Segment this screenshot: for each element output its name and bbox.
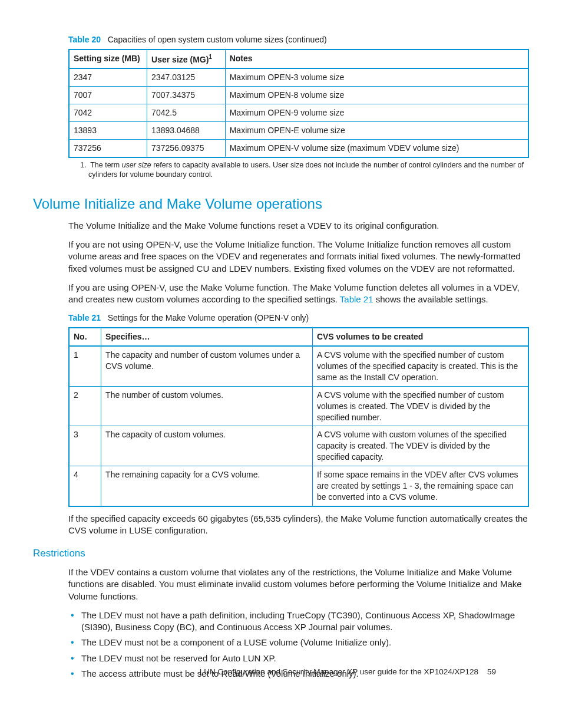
- table21: No. Specifies… CVS volumes to be created…: [68, 327, 529, 507]
- table20-h0: Setting size (MB): [69, 50, 147, 69]
- para-volinit-2: If you are not using OPEN-V, use the Vol…: [68, 239, 529, 275]
- table21-caption: Table 21 Settings for the Make Volume op…: [68, 312, 529, 324]
- table20-h1: User size (MG)1: [147, 50, 226, 69]
- table-row: 2347 2347.03125 Maximum OPEN-3 volume si…: [69, 68, 528, 86]
- list-item: The LDEV must not have a path definition…: [68, 610, 529, 634]
- table20: Setting size (MB) User size (MG)1 Notes …: [68, 49, 529, 158]
- page-footer: LUN Configuration and Security Manager X…: [200, 667, 496, 677]
- table20-footnote: 1. The term user size refers to capacity…: [80, 160, 529, 180]
- para-volinit-1: The Volume Initialize and the Make Volum…: [68, 220, 529, 232]
- para-restrictions: If the VDEV contains a custom volume tha…: [68, 566, 529, 602]
- table20-header-row: Setting size (MB) User size (MG)1 Notes: [69, 50, 528, 69]
- table20-label: Table 20: [68, 35, 101, 44]
- table21-caption-text: Settings for the Make Volume operation (…: [108, 313, 309, 322]
- table21-h0: No.: [69, 328, 101, 346]
- table21-h2: CVS volumes to be created: [312, 328, 528, 346]
- link-table21[interactable]: Table 21: [340, 294, 373, 304]
- page-number: 59: [487, 667, 496, 676]
- table20-h2: Notes: [225, 50, 528, 69]
- list-item: The LDEV must not be a component of a LU…: [68, 637, 529, 648]
- table-row: 13893 13893.04688 Maximum OPEN-E volume …: [69, 122, 528, 140]
- table-row: 7007 7007.34375 Maximum OPEN-8 volume si…: [69, 87, 528, 104]
- footer-text: LUN Configuration and Security Manager X…: [200, 667, 478, 676]
- heading-restrictions: Restrictions: [33, 547, 529, 561]
- table21-label: Table 21: [68, 313, 101, 322]
- table-row: 737256 737256.09375 Maximum OPEN-V volum…: [69, 140, 528, 157]
- table20-caption: Table 20 Capacities of open system custo…: [68, 34, 529, 45]
- para-volinit-3: If you are using OPEN-V, use the Make Vo…: [68, 282, 529, 306]
- list-item: The LDEV must not be reserved for Auto L…: [68, 653, 529, 664]
- heading-volume-init: Volume Initialize and Make Volume operat…: [33, 195, 529, 213]
- table21-h1: Specifies…: [101, 328, 313, 346]
- table20-caption-text: Capacities of open system custom volume …: [108, 35, 327, 44]
- table21-header-row: No. Specifies… CVS volumes to be created: [69, 328, 528, 346]
- table-row: 4 The remaining capacity for a CVS volum…: [69, 466, 528, 506]
- table-row: 2 The number of custom volumes. A CVS vo…: [69, 386, 528, 426]
- table-row: 1 The capacity and number of custom volu…: [69, 346, 528, 386]
- table-row: 7042 7042.5 Maximum OPEN-9 volume size: [69, 104, 528, 122]
- table-row: 3 The capacity of custom volumes. A CVS …: [69, 426, 528, 466]
- para-after-table21: If the specified capacity exceeds 60 gig…: [68, 513, 529, 537]
